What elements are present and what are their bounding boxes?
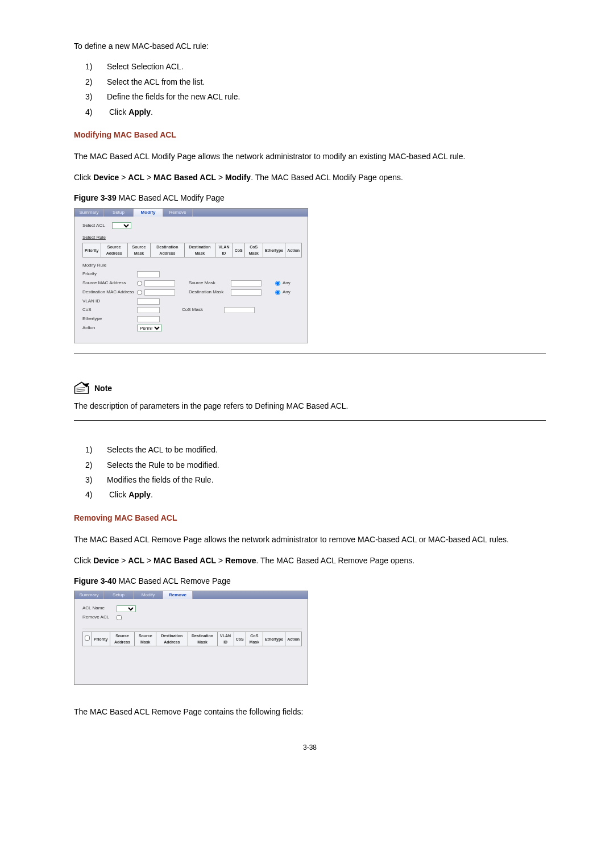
label-dst-mask: Destination Mask [189,289,229,296]
panel-divider [82,629,302,629]
figure-title: MAC Based ACL Modify Page [117,193,225,202]
step-item: Click Apply. [85,488,546,501]
th: Destination Mask [184,243,215,258]
th: VLAN ID [215,243,233,258]
input-priority[interactable] [137,271,160,277]
input-dst-mac[interactable] [144,289,175,296]
nav-crumb: MAC Based ACL [154,173,216,182]
nav-text: Click [74,556,93,565]
input-src-mac[interactable] [144,280,175,286]
checkbox-remove-acl[interactable] [117,615,122,620]
nav-crumb: Device [93,173,119,182]
panel-tabs: Summary Setup Modify Remove [74,209,308,217]
modify-panel: Summary Setup Modify Remove Select ACL S… [74,208,308,343]
apply-keyword: Apply [128,107,151,117]
step-item: Modifies the fields of the Rule. [85,474,546,486]
figure-title: MAC Based ACL Remove Page [117,576,231,585]
label-select-acl: Select ACL [82,222,110,230]
nav-sep: > [144,556,154,565]
label-cos: CoS [82,306,135,314]
label-action: Action [82,325,135,332]
th: CoS [234,632,246,646]
nav-crumb: ACL [128,173,144,182]
modify-para: The MAC Based ACL Modify Page allows the… [74,150,546,163]
th: Priority [92,632,110,646]
remove-rule-table: Priority Source Address Source Mask Dest… [82,632,302,646]
th: Ethertype [263,243,285,258]
th: VLAN ID [217,632,234,646]
input-vlan[interactable] [137,298,160,305]
nav-sep: > [144,173,154,182]
nav-sep: > [119,556,128,565]
nav-crumb: Remove [225,556,256,565]
step-item: Select Selection ACL. [85,60,546,73]
figure-number: Figure 3-39 [74,193,117,202]
tab-modify[interactable]: Modify [134,209,163,217]
radio-dst-any[interactable] [275,290,280,295]
note-block: Note The description of parameters in th… [74,381,546,412]
step-item: Click Apply. [85,106,546,118]
heading-modifying: Modifying MAC Based ACL [74,128,546,141]
input-cos[interactable] [137,307,160,313]
lead-text: To define a new MAC-based ACL rule: [74,40,546,52]
select-acl-name[interactable] [117,605,136,612]
step-item: Define the fields for the new ACL rule. [85,90,546,103]
nav-crumb: ACL [128,556,144,565]
tab-modify[interactable]: Modify [134,591,163,599]
label-select-rule: Select Rule [82,234,302,242]
tab-summary[interactable]: Summary [74,591,104,599]
note-label: Note [94,382,112,394]
label-vlan: VLAN ID [82,298,135,305]
th: Source Mask [135,632,156,646]
define-steps: Select Selection ACL. Select the ACL fro… [85,60,546,118]
th: Source Mask [127,243,150,258]
note-icon [74,381,91,395]
remove-panel: Summary Setup Modify Remove ACL Name Rem… [74,591,308,685]
step-item: Select the ACL from the list. [85,76,546,88]
radio-src-mac[interactable] [137,281,142,286]
figure-caption-39: Figure 3-39 MAC Based ACL Modify Page [74,192,546,204]
panel-tabs: Summary Setup Modify Remove [74,591,308,599]
select-acl-dropdown[interactable] [112,222,131,229]
step-text: Click [109,107,128,117]
nav-crumb: MAC Based ACL [154,556,216,565]
step-text: . [151,107,153,117]
th: Source Address [110,632,135,646]
label-modify-rule: Modify Rule [82,262,302,269]
label-src-mac: Source MAC Address [82,280,135,287]
th: Destination Address [151,243,185,258]
label-remove-acl: Remove ACL [82,614,114,621]
input-cos-mask[interactable] [224,307,255,313]
label-src-mask: Source Mask [189,280,229,287]
nav-sep: > [216,556,225,565]
nav-text: . The MAC Based ACL Remove Page opens. [256,556,414,565]
label-acl-name: ACL Name [82,605,114,612]
tab-summary[interactable]: Summary [74,209,104,217]
label-priority: Priority [82,271,135,278]
step-text: . [151,490,153,499]
checkbox-all[interactable] [85,636,90,641]
label-cos-mask: CoS Mask [182,306,222,314]
tab-setup[interactable]: Setup [104,209,134,217]
input-ethertype[interactable] [137,316,160,322]
th: Priority [83,243,101,258]
th: CoS Mask [246,632,263,646]
select-action[interactable]: Permit [137,325,162,331]
radio-dst-mac[interactable] [137,290,142,295]
divider [74,420,546,421]
input-src-mask[interactable] [231,280,262,286]
th: Action [285,243,302,258]
input-dst-mask[interactable] [231,289,262,296]
th-checkbox [83,632,92,646]
th: Ethertype [263,632,285,646]
radio-src-any[interactable] [275,281,280,286]
label-dst-mac: Destination MAC Address [82,289,135,296]
th: Action [285,632,302,646]
tab-setup[interactable]: Setup [104,591,134,599]
nav-text: . The MAC Based ACL Modify Page opens. [251,173,403,182]
label-any: Any [283,289,291,296]
tab-remove[interactable]: Remove [163,591,193,599]
th: CoS [233,243,244,258]
tab-remove[interactable]: Remove [163,209,193,217]
note-text: The description of parameters in the pag… [74,400,546,412]
